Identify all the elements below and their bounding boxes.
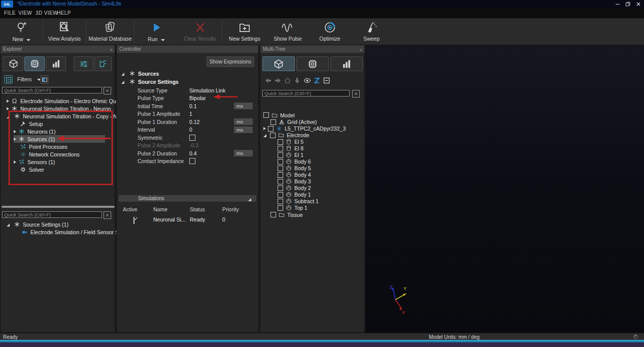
material-database-button[interactable]: Material Database: [86, 18, 134, 45]
tree-item-tissue[interactable]: Tissue: [270, 211, 303, 218]
new-button[interactable]: New: [0, 18, 43, 45]
tree-item-neuronal-simulation[interactable]: Neuronal Simulation Titration - Neuron: [7, 105, 111, 112]
3d-viewport[interactable]: Z Y X: [365, 45, 644, 333]
expand-arrow-icon[interactable]: [7, 100, 9, 103]
multitree-tab-simulation[interactable]: [296, 56, 329, 71]
explorer-tab-analysis[interactable]: [46, 56, 66, 71]
visibility-checkbox[interactable]: [278, 139, 283, 145]
controller-group-source-settings[interactable]: Source Settings: [121, 78, 179, 85]
new-settings-button[interactable]: New Settings: [222, 18, 267, 45]
visibility-checkbox[interactable]: [278, 179, 283, 184]
visibility-checkbox[interactable]: [278, 205, 283, 211]
z-order-icon[interactable]: [313, 77, 321, 84]
tree-item-electrode-simulation[interactable]: Electrode Simulation - Electro Ohmic Qua: [7, 97, 119, 105]
initial-time-value[interactable]: 0.1: [189, 103, 197, 109]
visibility-checkbox[interactable]: [278, 185, 283, 191]
pulse1-amplitude-value[interactable]: 1: [189, 111, 192, 117]
collapse-all-icon[interactable]: [323, 77, 330, 84]
multi-tree-close-icon[interactable]: ×: [359, 46, 362, 54]
explorer-search-clear-button[interactable]: [104, 87, 111, 94]
menu-view[interactable]: VIEW: [18, 10, 32, 16]
interval-value[interactable]: 0: [189, 127, 192, 133]
filter-toggle-button[interactable]: [4, 75, 13, 84]
expand-arrow-icon[interactable]: [14, 161, 16, 164]
new-dropdown-caret[interactable]: [26, 39, 30, 41]
collapse-arrow-icon[interactable]: [7, 224, 10, 227]
visibility-eye-icon[interactable]: [303, 77, 311, 84]
run-dropdown-caret[interactable]: [161, 39, 165, 41]
run-button[interactable]: Run: [134, 18, 178, 45]
tree-item-network-connections[interactable]: Network Connections: [20, 150, 80, 158]
pulse2-duration-unit-select[interactable]: ms: [234, 150, 253, 156]
simulation-table-row[interactable]: Neuronal Si... Ready 0: [117, 216, 259, 224]
explorer-tab-model[interactable]: [3, 56, 23, 71]
expand-arrow-icon[interactable]: [14, 138, 16, 141]
back-arrow-icon[interactable]: [264, 77, 272, 84]
multitree-search-clear-button[interactable]: [352, 90, 360, 98]
controller-group-sources[interactable]: Sources: [121, 70, 159, 77]
home-icon[interactable]: [284, 77, 291, 84]
panel-splitter-handle[interactable]: [2, 206, 115, 208]
visibility-checkbox[interactable]: [270, 212, 276, 217]
tree-item-neuronal-simulation-copy[interactable]: Neuronal Simulation Titration - Copy - N: [7, 112, 117, 120]
pulse1-duration-value[interactable]: 0.12: [189, 119, 199, 125]
expand-arrow-icon[interactable]: [14, 130, 16, 133]
collapse-arrow-icon[interactable]: [263, 134, 266, 137]
minimize-button[interactable]: [614, 1, 622, 7]
explorer-tab-simulation[interactable]: [24, 56, 45, 71]
tree-item-solver[interactable]: Solver: [20, 166, 44, 173]
tree-item-sensors[interactable]: Sensors (1): [14, 158, 55, 166]
tree-item-field-sensor-link[interactable]: Electrode Simulation / Field Sensor S: [21, 228, 119, 236]
expand-arrow-icon[interactable]: [7, 107, 9, 110]
symmetric-checkbox[interactable]: [189, 135, 195, 141]
layout-split-button[interactable]: [40, 75, 49, 84]
visibility-checkbox[interactable]: [263, 112, 269, 118]
collapse-arrow-icon[interactable]: [7, 115, 10, 118]
simulation-active-checkbox[interactable]: [133, 217, 134, 224]
collapse-arrow-icon[interactable]: [121, 73, 124, 76]
interval-unit-select[interactable]: ms: [234, 127, 253, 133]
visibility-checkbox[interactable]: [270, 133, 276, 138]
tree-item-sources[interactable]: Sources (1): [14, 135, 105, 143]
restore-button[interactable]: [624, 1, 632, 7]
filters-label[interactable]: Filters: [17, 76, 32, 82]
multitree-tab-model[interactable]: [262, 56, 295, 71]
show-expressions-button[interactable]: Show Expressions: [207, 56, 254, 67]
visibility-checkbox[interactable]: [278, 172, 283, 178]
pulse2-duration-value[interactable]: 0.4: [189, 150, 197, 156]
initial-time-unit-select[interactable]: ms: [234, 103, 253, 109]
optimize-button[interactable]: Optimize: [309, 18, 351, 45]
menu-file[interactable]: FILE: [4, 10, 16, 16]
source-type-value[interactable]: Simulation Link: [189, 87, 225, 93]
explorer-secondary-search-input[interactable]: [2, 211, 102, 218]
sweep-button[interactable]: Sweep: [351, 18, 392, 45]
collapse-arrow-icon[interactable]: [248, 198, 251, 201]
explorer-settings-button[interactable]: [74, 56, 93, 71]
visibility-checkbox[interactable]: [270, 119, 276, 125]
down-arrow-icon[interactable]: [293, 77, 301, 84]
pulse1-duration-unit-select[interactable]: ms: [234, 118, 253, 125]
explorer-secondary-search-clear-button[interactable]: [104, 211, 111, 219]
visibility-checkbox[interactable]: [278, 146, 283, 151]
tree-item-source-settings[interactable]: Source Settings (1): [7, 220, 69, 228]
menu-3d-view[interactable]: 3D VIEW: [36, 10, 58, 16]
explorer-hierarchy-button[interactable]: [94, 56, 112, 71]
close-button[interactable]: [634, 1, 642, 7]
menu-help[interactable]: HELP: [57, 10, 71, 16]
tree-item-point-processes[interactable]: Point Processes: [20, 143, 67, 150]
simulations-section-header[interactable]: Simulations: [119, 195, 256, 202]
pulse-type-value[interactable]: Bipolar: [189, 95, 206, 101]
visibility-checkbox[interactable]: [268, 126, 274, 132]
forward-arrow-icon[interactable]: [274, 77, 282, 84]
visibility-checkbox[interactable]: [278, 152, 283, 158]
tree-item-neurons[interactable]: Neurons (1): [14, 128, 55, 135]
multitree-search-input[interactable]: [262, 90, 350, 97]
tree-item-setup[interactable]: Setup: [20, 120, 43, 128]
expand-arrow-icon[interactable]: [263, 127, 266, 130]
multitree-tab-analysis[interactable]: [330, 56, 363, 71]
visibility-checkbox[interactable]: [278, 199, 283, 204]
visibility-checkbox[interactable]: [278, 192, 283, 198]
visibility-checkbox[interactable]: [278, 166, 283, 171]
contact-impedance-checkbox[interactable]: [189, 158, 195, 164]
explorer-search-input[interactable]: [2, 87, 102, 93]
